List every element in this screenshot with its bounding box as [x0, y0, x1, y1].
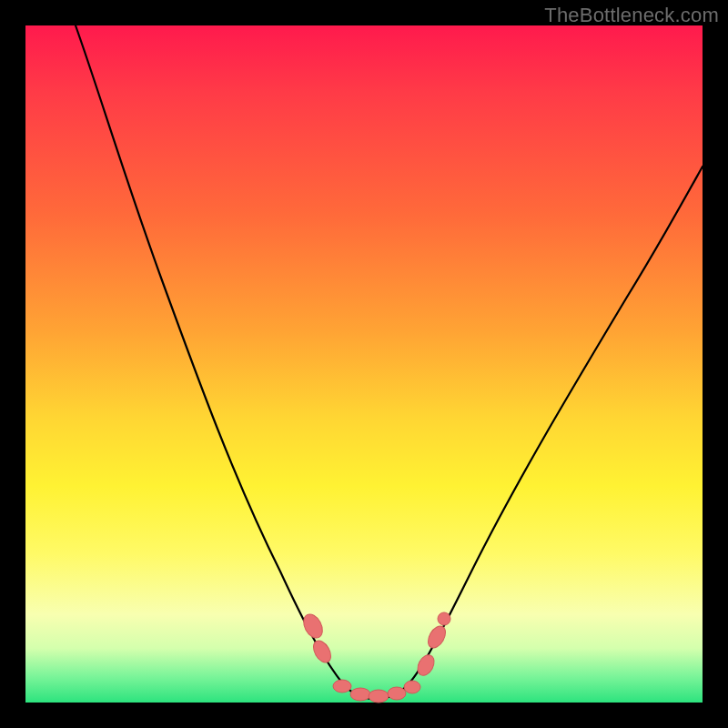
- chart-frame: TheBottleneck.com: [0, 0, 728, 728]
- marker-left-lower: [310, 638, 335, 666]
- watermark-text: TheBottleneck.com: [544, 4, 719, 27]
- marker-flat-4: [388, 687, 406, 700]
- marker-flat-1: [333, 680, 351, 693]
- marker-right-top: [438, 612, 450, 625]
- marker-flat-2: [350, 688, 370, 701]
- marker-flat-3: [369, 690, 389, 703]
- marker-cluster: [299, 611, 450, 703]
- marker-flat-5: [404, 681, 420, 693]
- bottleneck-curve: [76, 25, 703, 699]
- marker-right-lower: [414, 652, 437, 679]
- marker-right-upper: [425, 623, 450, 652]
- marker-left-upper: [299, 611, 326, 641]
- plot-area: [25, 25, 703, 703]
- curve-layer: [25, 25, 703, 703]
